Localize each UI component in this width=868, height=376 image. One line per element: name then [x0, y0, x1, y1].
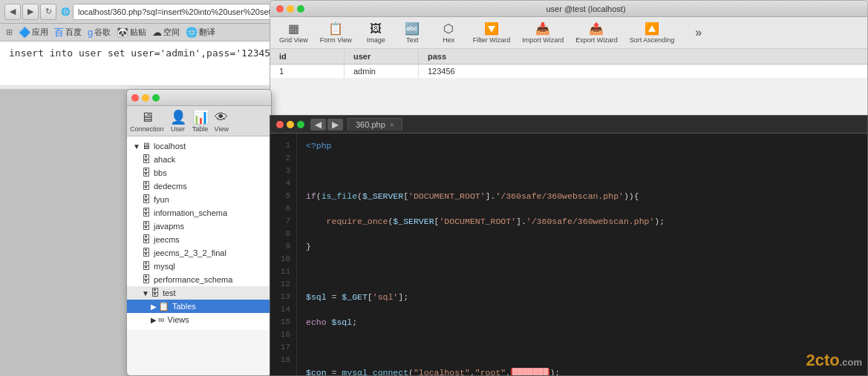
- line-num-7: 7: [270, 215, 296, 228]
- sidebar-tree: ▼ 🖥 localhost 🗄 ahack 🗄 bbs 🗄 dedecms 🗄 …: [127, 136, 271, 329]
- code-line-9: [306, 341, 858, 354]
- code-maximize-dot[interactable]: [297, 121, 304, 128]
- tree-javapms[interactable]: 🗄 javapms: [127, 220, 271, 233]
- minimize-dot[interactable]: [287, 5, 294, 13]
- code-content[interactable]: <?php if(is_file($_SERVER['DOCUMENT_ROOT…: [297, 133, 867, 375]
- tree-jeecms[interactable]: 🗄 jeecms: [127, 233, 271, 246]
- tree-localhost[interactable]: ▼ 🖥 localhost: [127, 139, 271, 153]
- table-tool[interactable]: 📊 Table: [192, 109, 209, 133]
- tree-ahack[interactable]: 🗄 ahack: [127, 153, 271, 166]
- line-num-18: 18: [270, 354, 296, 366]
- code-nav-back[interactable]: ◀: [310, 119, 326, 131]
- sidebar-minimize-dot[interactable]: [142, 94, 149, 102]
- text-button[interactable]: 🔤 Text: [396, 20, 429, 45]
- user-tool[interactable]: 👤 User: [170, 109, 186, 133]
- connection-tool[interactable]: 🖥 Connection: [130, 110, 164, 133]
- table-row: 1 admin 123456: [270, 65, 867, 78]
- watermark: 2cto.com: [806, 351, 862, 370]
- line-num-17: 17: [270, 341, 296, 354]
- tree-mysql[interactable]: 🗄 mysql: [127, 260, 271, 273]
- line-num-13: 13: [270, 291, 296, 303]
- maximize-dot[interactable]: [297, 5, 304, 13]
- sidebar-toolbar: 🖥 Connection 👤 User 📊 Table 👁 View: [127, 106, 271, 136]
- code-close-dot[interactable]: [276, 121, 284, 128]
- filter-wizard-button[interactable]: 🔽 Filter Wizard: [469, 20, 515, 45]
- sort-ascending-button[interactable]: 🔼 Sort Ascending: [625, 20, 679, 45]
- tree-information-schema[interactable]: 🗄 information_schema: [127, 206, 271, 220]
- code-tab-360[interactable]: 360.php ×: [347, 118, 402, 131]
- line-num-1: 1: [270, 139, 296, 152]
- line-num-8: 8: [270, 228, 296, 240]
- col-user: user: [345, 50, 419, 62]
- code-line-8: echo $sql;: [306, 316, 858, 329]
- code-line-7: $sql = $_GET['sql'];: [306, 291, 858, 303]
- refresh-button[interactable]: ↻: [40, 4, 56, 20]
- cell-id: 1: [270, 65, 345, 78]
- bookmark-translate[interactable]: 🌐 翻译: [186, 27, 215, 38]
- tree-perf-schema[interactable]: 🗄 performance_schema: [127, 273, 271, 286]
- cell-pass: 123456: [419, 65, 493, 78]
- tree-bbs[interactable]: 🗄 bbs: [127, 166, 271, 179]
- apps-icon: ⊞: [6, 27, 13, 37]
- sidebar-window: 🖥 Connection 👤 User 📊 Table 👁 View ▼ 🖥 l…: [126, 89, 272, 376]
- code-line-3: if(is_file($_SERVER['DOCUMENT_ROOT'].'/3…: [306, 190, 858, 202]
- bookmark-tietie[interactable]: 🐼 贴贴: [117, 27, 146, 38]
- bookmark-space[interactable]: ☁ 空间: [152, 27, 180, 38]
- view-tool[interactable]: 👁 View: [215, 110, 229, 133]
- import-wizard-button[interactable]: 📥 Import Wizard: [518, 20, 568, 45]
- db-panel: user @test (localhost) ▦ Grid View 📋 For…: [270, 0, 868, 119]
- db-titlebar: user @test (localhost): [270, 1, 867, 17]
- line-num-15: 15: [270, 316, 296, 329]
- image-button[interactable]: 🖼 Image: [359, 21, 393, 45]
- line-num-2: 2: [270, 152, 296, 165]
- code-line-6: [306, 265, 858, 278]
- line-num-3: 3: [270, 165, 296, 177]
- tree-fyun[interactable]: 🗄 fyun: [127, 193, 271, 206]
- more-tools-button[interactable]: »: [682, 24, 715, 42]
- code-body: 1 2 3 4 5 6 7 8 9 10 11 12 13 14 15 16 1…: [270, 133, 867, 375]
- code-tab-close[interactable]: ×: [390, 121, 394, 129]
- tree-test[interactable]: ▼ 🗄 test: [127, 286, 271, 300]
- close-dot[interactable]: [276, 5, 284, 13]
- col-pass: pass: [419, 50, 493, 62]
- code-titlebar: ◀ ▶ 360.php ×: [270, 116, 867, 133]
- cell-user: admin: [345, 65, 419, 78]
- form-view-button[interactable]: 📋 Form View: [316, 20, 356, 45]
- hex-button[interactable]: ⬡ Hex: [432, 20, 466, 45]
- line-num-4: 4: [270, 177, 296, 190]
- bookmark-apps[interactable]: 🔷 应用: [19, 27, 48, 38]
- bookmark-google[interactable]: g 谷歌: [88, 27, 111, 38]
- line-num-16: 16: [270, 329, 296, 341]
- code-nav-forward[interactable]: ▶: [327, 119, 343, 131]
- line-numbers: 1 2 3 4 5 6 7 8 9 10 11 12 13 14 15 16 1…: [270, 133, 297, 375]
- code-line-4: require_once($_SERVER['DOCUMENT_ROOT'].'…: [306, 215, 858, 228]
- tree-tables[interactable]: ▶ 📋 Tables: [127, 300, 271, 313]
- db-table-header: id user pass: [270, 49, 867, 65]
- browser-nav-buttons: ◀ ▶ ↻: [4, 4, 56, 20]
- sidebar-close-dot[interactable]: [131, 94, 139, 102]
- code-line-10: $con = mysql_connect("localhost","root",…: [306, 366, 858, 375]
- line-num-11: 11: [270, 265, 296, 278]
- line-num-12: 12: [270, 278, 296, 291]
- code-line-2: [306, 165, 858, 177]
- line-num-14: 14: [270, 303, 296, 316]
- code-line-1: <?php: [306, 139, 858, 152]
- db-toolbar: ▦ Grid View 📋 Form View 🖼 Image 🔤 Text ⬡…: [270, 17, 867, 49]
- tree-views[interactable]: ▶ ∞ Views: [127, 313, 271, 326]
- code-line-5: }: [306, 240, 858, 253]
- favicon: 🌐: [61, 7, 70, 16]
- back-button[interactable]: ◀: [4, 4, 21, 20]
- col-id: id: [270, 50, 345, 62]
- export-wizard-button[interactable]: 📤 Export Wizard: [571, 20, 622, 45]
- line-num-9: 9: [270, 240, 296, 253]
- line-num-6: 6: [270, 202, 296, 215]
- forward-button[interactable]: ▶: [22, 4, 39, 20]
- tree-jeecms-final[interactable]: 🗄 jeecms_2_3_2_final: [127, 246, 271, 260]
- sidebar-maximize-dot[interactable]: [152, 94, 160, 102]
- sidebar-titlebar: [127, 90, 271, 106]
- bookmark-baidu[interactable]: 百 百度: [54, 26, 82, 39]
- tree-dedecms[interactable]: 🗄 dedecms: [127, 179, 271, 193]
- grid-view-button[interactable]: ▦ Grid View: [275, 20, 313, 45]
- code-minimize-dot[interactable]: [287, 121, 294, 128]
- line-num-10: 10: [270, 253, 296, 265]
